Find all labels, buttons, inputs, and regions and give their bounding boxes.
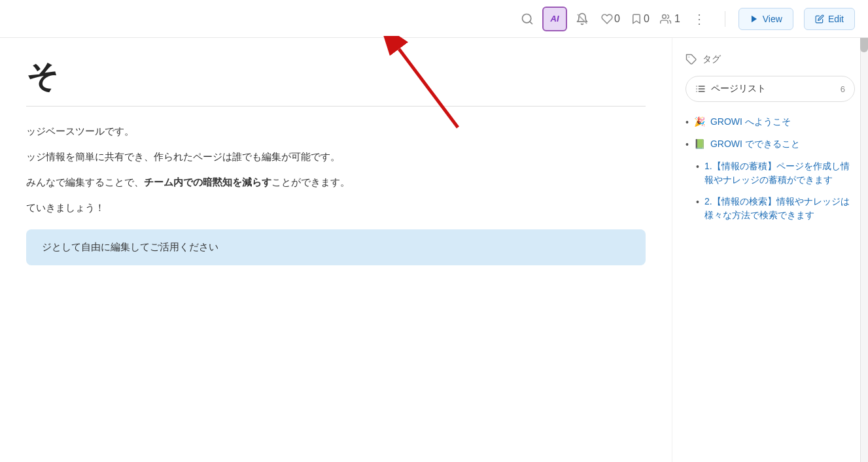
ai-button[interactable]: AI [542, 7, 567, 31]
notification-icon [576, 12, 589, 25]
svg-line-1 [530, 21, 532, 24]
list-item-emoji: 📗 [694, 137, 705, 151]
edit-label: Edit [828, 14, 844, 24]
ai-icon-label: AI [551, 14, 559, 24]
bookmark-count: 0 [644, 13, 650, 25]
view-label: View [763, 14, 782, 24]
list-item-text: GROWI でできること [710, 137, 800, 151]
title-divider [26, 106, 646, 107]
search-button[interactable] [515, 7, 540, 31]
toolbar-divider [725, 11, 725, 27]
list-icon [695, 84, 706, 94]
heart-icon [601, 13, 613, 25]
page-body: ッジベースツールです。 ッジ情報を簡単に共有でき、作られたページは誰でも編集が可… [26, 122, 646, 265]
body-line4: ていきましょう！ [26, 199, 646, 216]
search-icon [521, 12, 534, 25]
toolbar: AI 0 0 [0, 0, 868, 38]
bookmark-icon [631, 13, 642, 25]
svg-marker-4 [752, 15, 757, 22]
sidebar-list: 🎉 GROWI へようこそ 📗 GROWI でできること 1.【情報の蓄積】ペー… [686, 115, 855, 222]
scrollbar-track[interactable] [860, 0, 868, 462]
svg-point-3 [662, 14, 666, 18]
users-icon [660, 13, 673, 25]
list-item-sub[interactable]: 2.【情報の検索】情報やナレッジは様々な方法で検索できます [686, 195, 855, 222]
body-line2: ッジ情報を簡単に共有でき、作られたページは誰でも編集が可能です。 [26, 148, 646, 165]
bookmark-button[interactable]: 0 [627, 10, 653, 27]
page-list-label: ページリスト [711, 83, 766, 95]
page-list-count: 6 [841, 84, 845, 94]
tags-section: タグ [686, 54, 855, 65]
edit-button[interactable]: Edit [804, 8, 855, 30]
edit-icon [815, 14, 824, 24]
notification-button[interactable] [570, 7, 595, 31]
list-item-emoji: 🎉 [694, 115, 705, 129]
more-icon: ⋮ [693, 11, 706, 27]
like-count: 0 [614, 13, 620, 25]
view-button[interactable]: View [738, 8, 793, 30]
toolbar-icons: AI 0 0 [515, 7, 712, 31]
play-icon [750, 14, 759, 24]
user-count: 1 [674, 13, 680, 25]
page-title: そ [26, 58, 646, 95]
page-content: そ ッジベースツールです。 ッジ情報を簡単に共有でき、作られたページは誰でも編集… [0, 38, 672, 462]
sidebar: タグ ページリスト 6 🎉 GROWI へようこそ [672, 38, 868, 462]
like-button[interactable]: 0 [597, 10, 624, 27]
body-line1: ッジベースツールです。 [26, 122, 646, 140]
users-button[interactable]: 1 [656, 10, 684, 27]
list-item[interactable]: 📗 GROWI でできること [686, 137, 855, 152]
list-item-text: 1.【情報の蓄積】ページを作成し情報やナレッジの蓄積ができます [704, 159, 855, 187]
list-item-text: 2.【情報の検索】情報やナレッジは様々な方法で検索できます [704, 195, 855, 222]
highlight-text: ジとして自由に編集してご活用ください [42, 241, 218, 252]
page-list-button[interactable]: ページリスト 6 [686, 76, 855, 102]
body-line3-suffix: ことができます。 [271, 176, 350, 188]
tag-icon [686, 54, 697, 65]
list-item-text: GROWI へようこそ [710, 115, 791, 129]
list-item-sub[interactable]: 1.【情報の蓄積】ページを作成し情報やナレッジの蓄積ができます [686, 159, 855, 187]
main-content: そ ッジベースツールです。 ッジ情報を簡単に共有でき、作られたページは誰でも編集… [0, 38, 868, 462]
tags-label: タグ [703, 54, 721, 65]
body-line3-bold: チーム内での暗黙知を減らす [144, 176, 271, 188]
body-line3-prefix: みんなで編集することで、 [26, 176, 144, 188]
list-item[interactable]: 🎉 GROWI へようこそ [686, 115, 855, 129]
highlight-box: ジとして自由に編集してご活用ください [26, 229, 646, 265]
body-line3: みんなで編集することで、チーム内での暗黙知を減らすことができます。 [26, 173, 646, 191]
more-options-button[interactable]: ⋮ [687, 7, 712, 31]
